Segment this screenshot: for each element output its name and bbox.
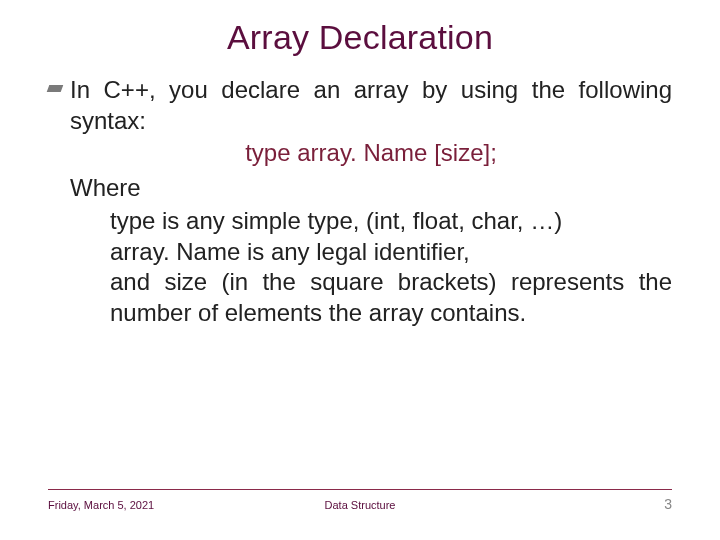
where-details: type is any simple type, (int, float, ch… bbox=[70, 206, 672, 329]
detail-type: type is any simple type, (int, float, ch… bbox=[110, 206, 672, 237]
footer: Friday, March 5, 2021 Data Structure 3 bbox=[0, 489, 720, 512]
detail-name: array. Name is any legal identifier, bbox=[110, 237, 672, 268]
syntax-line: type array. Name [size]; bbox=[70, 138, 672, 169]
footer-center: Data Structure bbox=[256, 499, 464, 511]
footer-divider bbox=[48, 489, 672, 490]
bullet-icon bbox=[47, 85, 64, 92]
bullet-block: In C++, you declare an array by using th… bbox=[70, 75, 672, 329]
detail-size: and size (in the square brackets) repres… bbox=[110, 267, 672, 328]
body-content: In C++, you declare an array by using th… bbox=[48, 75, 672, 329]
footer-date: Friday, March 5, 2021 bbox=[48, 499, 256, 511]
footer-row: Friday, March 5, 2021 Data Structure 3 bbox=[48, 496, 672, 512]
where-label: Where bbox=[70, 173, 672, 204]
intro-text: In C++, you declare an array by using th… bbox=[70, 75, 672, 136]
slide: Array Declaration In C++, you declare an… bbox=[0, 0, 720, 540]
footer-page: 3 bbox=[464, 496, 672, 512]
page-title: Array Declaration bbox=[48, 18, 672, 57]
